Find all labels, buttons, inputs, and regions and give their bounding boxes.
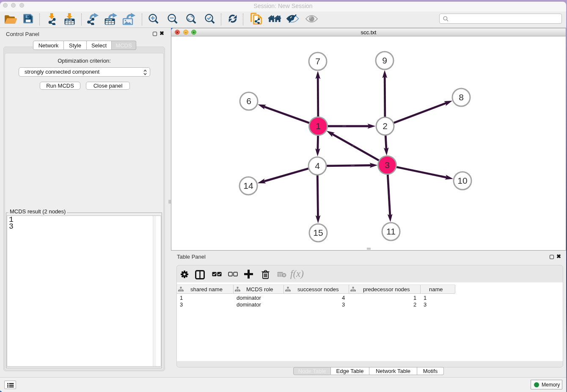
svg-text:14: 14 (243, 181, 253, 190)
svg-text:11: 11 (386, 226, 396, 236)
svg-text:6: 6 (246, 96, 251, 106)
svg-text:8: 8 (459, 92, 464, 102)
svg-text:3: 3 (385, 160, 390, 170)
svg-text:2: 2 (383, 121, 388, 131)
svg-text:15: 15 (313, 228, 323, 237)
svg-text:1: 1 (316, 121, 321, 131)
svg-text:7: 7 (315, 56, 320, 66)
svg-text:10: 10 (457, 176, 467, 185)
svg-text:4: 4 (315, 161, 320, 171)
svg-text:9: 9 (382, 55, 387, 65)
